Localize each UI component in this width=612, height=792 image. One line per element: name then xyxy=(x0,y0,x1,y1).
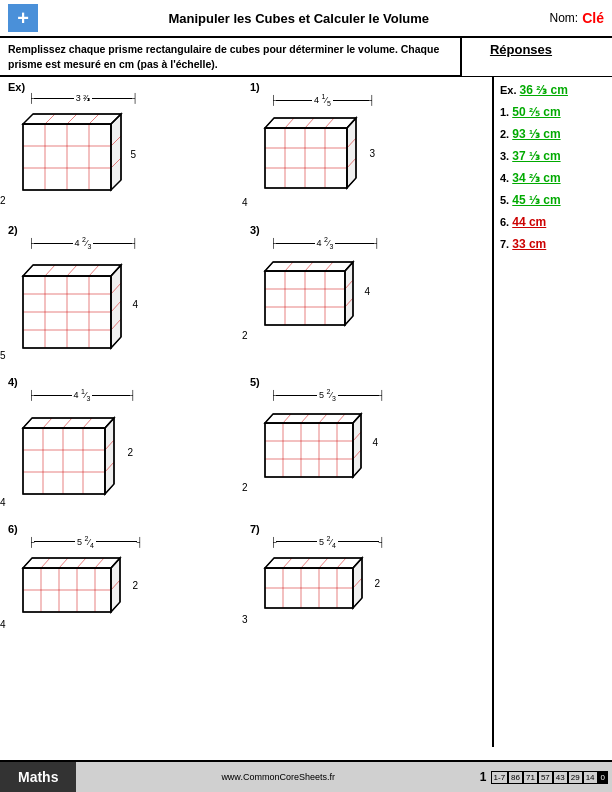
row-2: 2) ├ 4 2⁄3 ┤ xyxy=(4,222,488,370)
answer-5: 5. 45 ¹⁄₃ cm xyxy=(500,193,606,207)
problem-2-cell: 2) ├ 4 2⁄3 ┤ xyxy=(4,222,246,370)
footer-url: www.CommonCoreSheets.fr xyxy=(76,772,479,782)
svg-marker-73 xyxy=(23,418,114,428)
problem-1-cube: 3 4 xyxy=(250,108,365,213)
answer-6-value: 44 cm xyxy=(512,215,546,229)
example-row: Ex) ├ 3 ²⁄₃ ┤ xyxy=(4,79,488,218)
problem-2-label: 2) xyxy=(8,224,242,236)
answers-panel: Ex. 36 ²⁄₃ cm 1. 50 ²⁄₅ cm 2. 93 ¹⁄₃ cm … xyxy=(492,77,612,747)
score-43: 43 xyxy=(553,771,568,784)
answer-1-label: 1. xyxy=(500,106,512,118)
problem-6-cube: 2 4 xyxy=(8,550,128,635)
problem-2-cube: 4 5 xyxy=(8,251,128,366)
problem-3-label: 3) xyxy=(250,224,484,236)
p7-dim-bottom: 3 xyxy=(242,614,248,625)
answer-ex: Ex. 36 ²⁄₃ cm xyxy=(500,83,606,97)
problem-7-cell: 7) ├ 5 2⁄4 ┤ xyxy=(246,521,488,639)
svg-marker-123 xyxy=(265,558,362,568)
footer-page: 1 xyxy=(480,770,487,784)
problem-4-label: 4) xyxy=(8,376,242,388)
answer-7: 7. 33 cm xyxy=(500,237,606,251)
svg-marker-11 xyxy=(111,114,121,190)
row-3: 4) ├ 4 1⁄3 ┤ xyxy=(4,374,488,517)
problem-3-cell: 3) ├ 4 2⁄3 ┤ xyxy=(246,222,488,370)
svg-rect-17 xyxy=(265,128,347,188)
problem-5-cube: 4 2 xyxy=(250,403,368,498)
example-dim-top: ├ 3 ²⁄₃ ┤ xyxy=(28,93,138,103)
problem-1-cell: 1) ├ 4 1⁄5 ┤ xyxy=(246,79,488,218)
answer-ex-value: 36 ²⁄₃ cm xyxy=(520,83,568,97)
score-29: 29 xyxy=(568,771,583,784)
answer-2-label: 2. xyxy=(500,128,512,140)
p2-dim-bottom: 5 xyxy=(0,350,6,361)
score-14: 14 xyxy=(583,771,598,784)
answer-4-value: 34 ²⁄₃ cm xyxy=(512,171,560,185)
answer-3-value: 37 ¹⁄₃ cm xyxy=(512,149,560,163)
score-range: 1-7 xyxy=(491,771,509,784)
p1-dim-right: 3 xyxy=(369,148,375,159)
problem-6-cell: 6) ├ 5 2⁄4 ┤ xyxy=(4,521,246,639)
answer-5-label: 5. xyxy=(500,194,512,206)
svg-rect-67 xyxy=(23,428,105,494)
problem-7-label: 7) xyxy=(250,523,484,535)
problem-4-cell: 4) ├ 4 1⁄3 ┤ xyxy=(4,374,246,517)
nom-label: Nom: xyxy=(550,11,579,25)
p1-dim-bottom: 4 xyxy=(242,197,248,208)
p3-dim-right: 4 xyxy=(364,286,370,297)
problem-1-dim-top: ├ 4 1⁄5 ┤ xyxy=(270,93,375,107)
answer-6-label: 6. xyxy=(500,216,512,228)
footer: Maths www.CommonCoreSheets.fr 1 1-7 86 7… xyxy=(0,760,612,792)
logo-icon xyxy=(8,4,38,32)
answer-1-value: 50 ²⁄₅ cm xyxy=(512,105,560,119)
page-title: Manipuler les Cubes et Calculer le Volum… xyxy=(48,11,550,26)
p4-dim-right: 2 xyxy=(127,447,133,458)
answer-7-value: 33 cm xyxy=(512,237,546,251)
svg-marker-95 xyxy=(353,414,361,477)
problem-3-cube: 4 2 xyxy=(250,251,360,346)
answer-7-label: 7. xyxy=(500,238,512,250)
instructions-text: Remplissez chaque prisme rectangulaire d… xyxy=(0,38,460,76)
header: Manipuler les Cubes et Calculer le Volum… xyxy=(0,0,612,38)
svg-marker-90 xyxy=(265,414,361,423)
answer-2: 2. 93 ¹⁄₃ cm xyxy=(500,127,606,141)
answer-4-label: 4. xyxy=(500,172,512,184)
answer-4: 4. 34 ²⁄₃ cm xyxy=(500,171,606,185)
svg-marker-23 xyxy=(265,118,356,128)
row-4: 6) ├ 5 2⁄4 ┤ xyxy=(4,521,488,639)
answer-3-label: 3. xyxy=(500,150,512,162)
answer-1: 1. 50 ²⁄₅ cm xyxy=(500,105,606,119)
svg-marker-107 xyxy=(23,558,120,568)
example-label: Ex) xyxy=(8,81,242,93)
score-86: 86 xyxy=(508,771,523,784)
example-dim-right: 5 xyxy=(130,149,136,160)
problem-7-cube: 2 3 xyxy=(250,550,370,630)
answer-ex-label: Ex. xyxy=(500,84,520,96)
p4-dim-bottom: 4 xyxy=(0,497,6,508)
footer-maths-label: Maths xyxy=(0,762,76,792)
score-57: 57 xyxy=(538,771,553,784)
problems-area: Ex) ├ 3 ²⁄₃ ┤ xyxy=(0,77,492,747)
problem-5-cell: 5) ├ 5 2⁄3 ┤ xyxy=(246,374,488,517)
p2-dim-right: 4 xyxy=(132,299,138,310)
p3-dim-bottom: 2 xyxy=(242,330,248,341)
example-cube: 5 2 xyxy=(8,104,128,214)
example-dim-bottom: 2 xyxy=(0,195,6,206)
answer-6: 6. 44 cm xyxy=(500,215,606,229)
example-cell: Ex) ├ 3 ²⁄₃ ┤ xyxy=(4,79,246,218)
answer-5-value: 45 ¹⁄₃ cm xyxy=(512,193,560,207)
problem-1-label: 1) xyxy=(250,81,484,93)
svg-marker-27 xyxy=(347,118,356,188)
cle-label: Clé xyxy=(582,10,604,26)
p5-dim-right: 4 xyxy=(372,437,378,448)
problem-6-label: 6) xyxy=(8,523,242,535)
p5-dim-bottom: 2 xyxy=(242,482,248,493)
answers-title: Réponses xyxy=(468,42,574,57)
svg-marker-61 xyxy=(345,262,353,325)
score-71: 71 xyxy=(523,771,538,784)
svg-rect-83 xyxy=(265,423,353,477)
answer-3: 3. 37 ¹⁄₃ cm xyxy=(500,149,606,163)
problem-5-label: 5) xyxy=(250,376,484,388)
svg-marker-77 xyxy=(105,418,114,494)
problem-4-cube: 2 4 xyxy=(8,403,123,513)
p6-dim-bottom: 4 xyxy=(0,619,6,630)
